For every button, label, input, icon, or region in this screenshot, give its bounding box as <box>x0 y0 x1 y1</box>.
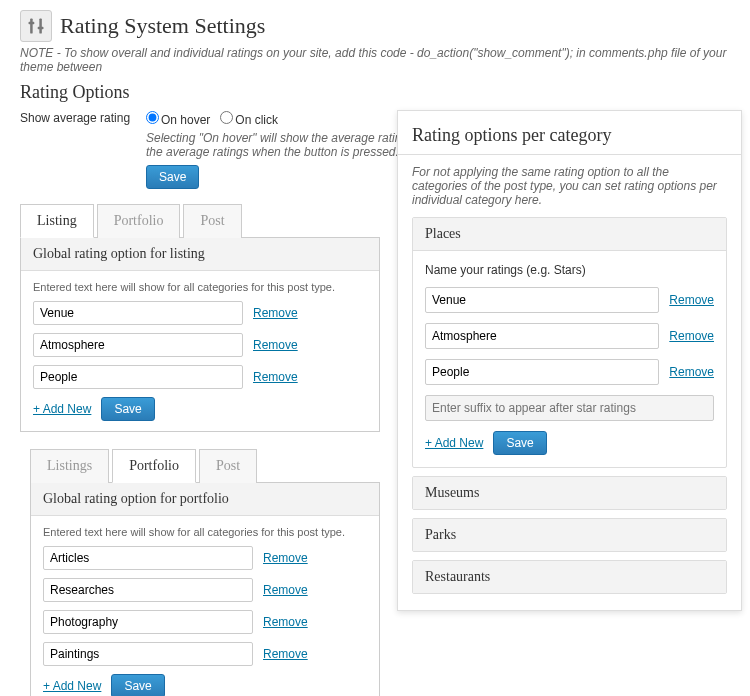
svg-rect-1 <box>29 22 35 24</box>
listing-save-button[interactable]: Save <box>101 397 154 421</box>
tab-listings-2[interactable]: Listings <box>30 449 109 483</box>
tab-portfolio-2[interactable]: Portfolio <box>112 449 196 483</box>
places-remove-1[interactable]: Remove <box>669 293 714 307</box>
portfolio-remove-1[interactable]: Remove <box>263 551 308 565</box>
portfolio-remove-3[interactable]: Remove <box>263 615 308 629</box>
places-suffix-input[interactable] <box>425 395 714 421</box>
portfolio-add-new[interactable]: + Add New <box>43 679 101 693</box>
avg-on-hover-option[interactable]: On hover <box>146 111 210 127</box>
tabs-2: Listings Portfolio Post <box>30 448 380 483</box>
avg-on-click-option[interactable]: On click <box>220 111 278 127</box>
svg-rect-3 <box>38 27 44 30</box>
rp-title: Rating options per category <box>412 125 727 146</box>
listing-remove-1[interactable]: Remove <box>253 306 298 320</box>
listing-add-new[interactable]: + Add New <box>33 402 91 416</box>
rating-per-category-panel: Rating options per category For not appl… <box>397 110 742 611</box>
listing-remove-3[interactable]: Remove <box>253 370 298 384</box>
portfolio-rating-input-4[interactable] <box>43 642 253 666</box>
portfolio-save-button[interactable]: Save <box>111 674 164 696</box>
portfolio-panel: Global rating option for portfolio Enter… <box>30 483 380 696</box>
rp-section-museums: Museums <box>412 476 727 510</box>
places-save-button[interactable]: Save <box>493 431 546 455</box>
portfolio-remove-4[interactable]: Remove <box>263 647 308 661</box>
tab-post[interactable]: Post <box>183 204 241 238</box>
show-avg-label: Show average rating <box>20 111 140 125</box>
avg-on-click-radio[interactable] <box>220 111 233 124</box>
portfolio-rating-input-3[interactable] <box>43 610 253 634</box>
listing-panel-title: Global rating option for listing <box>21 238 379 271</box>
rp-section-places: Places Name your ratings (e.g. Stars) Re… <box>412 217 727 468</box>
settings-icon <box>20 10 52 42</box>
avg-save-button[interactable]: Save <box>146 165 199 189</box>
rp-section-parks: Parks <box>412 518 727 552</box>
rp-section-restaurants: Restaurants <box>412 560 727 594</box>
portfolio-hint: Entered text here will show for all cate… <box>43 526 367 538</box>
rating-options-heading: Rating Options <box>20 82 730 103</box>
svg-rect-0 <box>30 19 33 34</box>
listing-hint: Entered text here will show for all cate… <box>33 281 367 293</box>
listing-rating-input-1[interactable] <box>33 301 243 325</box>
rp-head-places[interactable]: Places <box>413 218 726 251</box>
listing-remove-2[interactable]: Remove <box>253 338 298 352</box>
tab-post-2[interactable]: Post <box>199 449 257 483</box>
places-remove-3[interactable]: Remove <box>669 365 714 379</box>
rp-head-restaurants[interactable]: Restaurants <box>413 561 726 593</box>
avg-on-hover-radio[interactable] <box>146 111 159 124</box>
listing-panel: Global rating option for listing Entered… <box>20 238 380 432</box>
listing-rating-input-3[interactable] <box>33 365 243 389</box>
tabs-1: Listing Portfolio Post <box>20 203 380 238</box>
rp-divider <box>398 154 741 155</box>
note-text: NOTE - To show overall and individual ra… <box>20 46 730 74</box>
rp-head-parks[interactable]: Parks <box>413 519 726 551</box>
portfolio-remove-2[interactable]: Remove <box>263 583 308 597</box>
places-rating-input-2[interactable] <box>425 323 659 349</box>
portfolio-rating-input-1[interactable] <box>43 546 253 570</box>
svg-rect-2 <box>39 19 42 34</box>
page-title: Rating System Settings <box>60 13 265 39</box>
rp-desc: For not applying the same rating option … <box>412 165 727 207</box>
portfolio-rating-input-2[interactable] <box>43 578 253 602</box>
portfolio-panel-title: Global rating option for portfolio <box>31 483 379 516</box>
rp-places-label: Name your ratings (e.g. Stars) <box>425 263 714 277</box>
rp-head-museums[interactable]: Museums <box>413 477 726 509</box>
listing-rating-input-2[interactable] <box>33 333 243 357</box>
places-add-new[interactable]: + Add New <box>425 436 483 450</box>
tab-listing[interactable]: Listing <box>20 204 94 238</box>
tab-portfolio[interactable]: Portfolio <box>97 204 181 238</box>
places-rating-input-1[interactable] <box>425 287 659 313</box>
places-remove-2[interactable]: Remove <box>669 329 714 343</box>
places-rating-input-3[interactable] <box>425 359 659 385</box>
